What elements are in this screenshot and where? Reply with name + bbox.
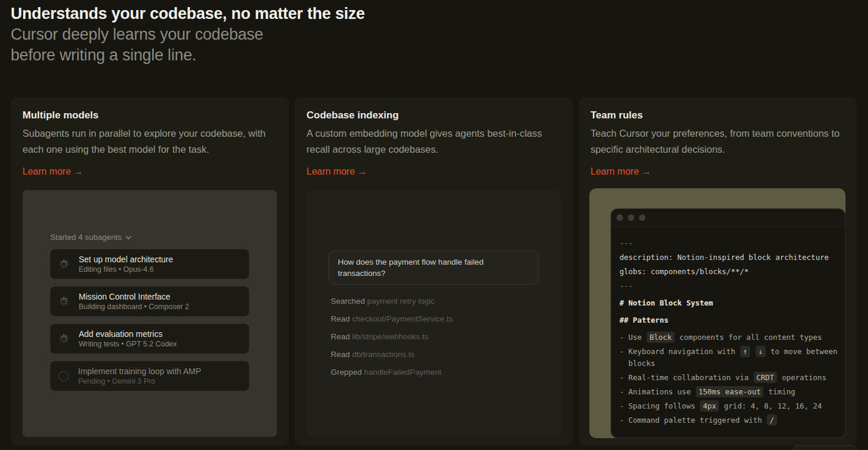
code-line: - Spacing follows 4px grid: 4, 8, 12, 16… (619, 400, 838, 412)
learn-more-link[interactable]: Learn more → (22, 166, 83, 177)
learn-more-link[interactable]: Learn more → (591, 166, 651, 177)
subagents-dropdown[interactable]: Started 4 subagents (50, 233, 131, 242)
section-header: Understands your codebase, no matter the… (11, 4, 365, 66)
spinner-icon (58, 333, 70, 345)
action-object: db/transactions.ts (352, 350, 415, 359)
code-line: --- (619, 237, 838, 249)
query-bubble: How does the payment flow handle failed … (328, 250, 539, 285)
rules-editor-window: ---description: Notion-inspired block ar… (611, 208, 846, 438)
subagent-title: Set up model architecture (79, 255, 173, 264)
subagent-row[interactable]: Add evaluation metricsWriting tests • GP… (50, 324, 249, 353)
agent-action-line: Read checkout/PaymentService.ts (331, 314, 453, 324)
subagent-title: Implement training loop with AMP (78, 367, 201, 376)
code-line: # Notion Block System (619, 297, 838, 309)
subagent-list: Set up model architectureEditing files •… (50, 249, 249, 391)
rules-code-content: ---description: Notion-inspired block ar… (611, 227, 845, 426)
subagent-row[interactable]: Mission Control InterfaceBuilding dashbo… (50, 287, 249, 316)
card-title: Team rules (591, 110, 845, 121)
code-chip: ↑ (740, 346, 750, 357)
action-object: lib/stripe/webhooks.ts (352, 332, 428, 341)
code-line: - Command palette triggered with / (619, 414, 838, 426)
arrow-right-icon: → (357, 166, 367, 176)
subagent-status: Writing tests • GPT 5.2 Codex (79, 340, 177, 348)
subagent-title: Mission Control Interface (79, 292, 189, 301)
code-line: - Use Block components for all content t… (619, 332, 838, 343)
indexing-panel: How does the payment flow handle failed … (306, 191, 561, 435)
card-description: Subagents run in parallel to explore you… (22, 126, 277, 158)
action-verb: Searched (331, 297, 365, 306)
card-title: Codebase indexing (306, 110, 561, 121)
subagent-title: Add evaluation metrics (79, 329, 177, 339)
card-multiple-models: Multiple models Subagents run in paralle… (11, 97, 289, 446)
page-subtitle-line1: Cursor deeply learns your codebase (11, 24, 365, 45)
arrow-right-icon: → (73, 166, 83, 176)
spinner-icon (58, 258, 70, 270)
action-verb: Read (331, 314, 350, 323)
agent-action-list: Searched payment retry logicRead checkou… (331, 297, 453, 385)
spinner-icon (58, 258, 70, 270)
code-chip: ↓ (756, 346, 766, 357)
spinner-icon (58, 295, 70, 307)
code-chip: Block (647, 332, 675, 343)
action-object: checkout/PaymentService.ts (352, 314, 453, 323)
code-line: - Keyboard navigation with ↑ ↓ to move b… (619, 346, 838, 369)
window-dot-icon (617, 214, 623, 221)
spinner-icon (58, 295, 70, 307)
subagent-status: Building dashboard • Composer 2 (79, 303, 189, 311)
card-description: A custom embedding model gives agents be… (306, 126, 561, 158)
code-line: - Animations use 150ms ease-out timing (619, 386, 838, 398)
page-subtitle-line2: before writing a single line. (11, 45, 365, 66)
code-chip: / (767, 414, 777, 426)
action-object: payment retry logic (367, 297, 435, 306)
page-title: Understands your codebase, no matter the… (11, 4, 365, 24)
code-line: --- (619, 280, 838, 292)
peek-window (793, 445, 857, 450)
code-chip: CRDT (754, 372, 777, 383)
agent-action-line: Read db/transactions.ts (331, 350, 453, 359)
code-chip: 150ms ease-out (696, 386, 763, 397)
agent-action-line: Read lib/stripe/webhooks.ts (331, 332, 453, 342)
card-description: Teach Cursor your preferences, from team… (591, 126, 845, 158)
window-titlebar (611, 209, 845, 227)
window-dot-icon (639, 214, 646, 221)
card-team-rules: Team rules Teach Cursor your preferences… (579, 97, 857, 446)
subagent-status: Pending • Gemini 3 Pro (78, 377, 201, 385)
feature-cards: Multiple models Subagents run in paralle… (11, 97, 857, 446)
agent-action-line: Searched payment retry logic (331, 297, 453, 306)
subagent-row[interactable]: Set up model architectureEditing files •… (50, 249, 249, 279)
chevron-down-icon (125, 236, 131, 240)
action-verb: Read (331, 350, 350, 359)
window-dot-icon (628, 214, 634, 221)
card-title: Multiple models (22, 110, 277, 121)
spinner-icon (58, 333, 70, 345)
subagents-panel: Started 4 subagents Set up model archite… (22, 190, 277, 437)
subagent-status: Editing files • Opus-4.6 (79, 265, 173, 274)
learn-more-link[interactable]: Learn more → (306, 166, 367, 177)
code-line: globs: components/blocks/**/* (619, 266, 838, 278)
subagents-dropdown-label: Started 4 subagents (50, 233, 122, 242)
arrow-right-icon: → (641, 166, 651, 176)
agent-action-line: Grepped handleFailedPayment (331, 368, 453, 377)
action-verb: Read (331, 332, 350, 341)
action-object: handleFailedPayment (364, 368, 441, 377)
subagent-row[interactable]: Implement training loop with AMPPending … (50, 361, 249, 391)
action-verb: Grepped (331, 368, 362, 377)
code-line: ## Patterns (619, 314, 838, 326)
code-line: - Real-time collaboration via CRDT opera… (619, 372, 838, 384)
pending-circle-icon (59, 371, 69, 381)
code-chip: 4px (700, 400, 719, 412)
card-codebase-indexing: Codebase indexing A custom embedding mod… (295, 97, 573, 446)
code-line: description: Notion-inspired block archi… (619, 252, 838, 263)
